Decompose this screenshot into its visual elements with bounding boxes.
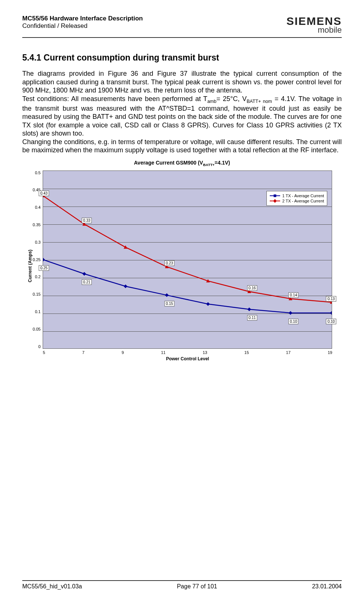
chart-title: Average Current GSM900 (VBATT+=4.1V) — [22, 160, 342, 167]
header-left: MC55/56 Hardware Interface Description C… — [22, 15, 143, 30]
paragraph-3: Changing the conditions, e.g. in terms o… — [22, 138, 342, 155]
data-label: 0.43 — [39, 191, 49, 196]
paragraph-2: Test conditions: All measurements have b… — [22, 95, 342, 138]
svg-marker-10 — [124, 245, 128, 248]
chart-xlabel: Power Control Level — [43, 356, 332, 361]
svg-marker-3 — [165, 293, 169, 297]
data-label: 0.10 — [326, 319, 336, 324]
data-label: 0.16 — [247, 285, 257, 291]
paragraph-1: The diagrams provided in Figure 36 and F… — [22, 69, 342, 95]
data-label: 0.15 — [164, 301, 174, 306]
brand-logo: SIEMENS mobile — [286, 15, 342, 35]
data-label: 0.14 — [288, 292, 298, 298]
page-header: MC55/56 Hardware Interface Description C… — [22, 15, 342, 38]
chart-ylabel: Current (Amps) — [26, 170, 33, 361]
doc-title: MC55/56 Hardware Interface Description — [22, 15, 143, 22]
svg-marker-1 — [83, 272, 86, 276]
footer-left: MC55/56_hid_v01.03a — [22, 583, 82, 590]
data-label: 0.23 — [164, 260, 174, 266]
page-footer: MC55/56_hid_v01.03a Page 77 of 101 23.01… — [22, 580, 342, 590]
chart-yaxis: 0.50.450.40.350.30.250.20.150.10.050 — [33, 170, 43, 349]
section-heading: 5.4.1 Current consumption during transmi… — [22, 53, 342, 63]
svg-marker-0 — [43, 258, 45, 261]
data-label: 0.13 — [326, 296, 336, 302]
footer-right: 23.01.2004 — [312, 583, 342, 590]
data-label: 0.33 — [82, 218, 92, 223]
svg-marker-4 — [206, 302, 210, 306]
chart-plot-area: 1 TX - Average Current 2 TX - Average Cu… — [43, 170, 332, 349]
data-label: 0.11 — [247, 315, 257, 321]
svg-marker-7 — [330, 311, 332, 315]
data-label: 0.21 — [82, 279, 92, 285]
chart: Average Current GSM900 (VBATT+=4.1V) Cur… — [22, 160, 342, 361]
data-label: 0.10 — [288, 319, 298, 324]
doc-confidential: Confidential / Released — [22, 22, 143, 30]
svg-marker-2 — [124, 284, 128, 288]
svg-marker-6 — [289, 311, 292, 315]
footer-center: Page 77 of 101 — [177, 583, 217, 590]
data-label: 0.25 — [39, 265, 49, 271]
chart-xaxis: 5791113151719 — [43, 349, 332, 355]
svg-marker-5 — [247, 307, 251, 311]
